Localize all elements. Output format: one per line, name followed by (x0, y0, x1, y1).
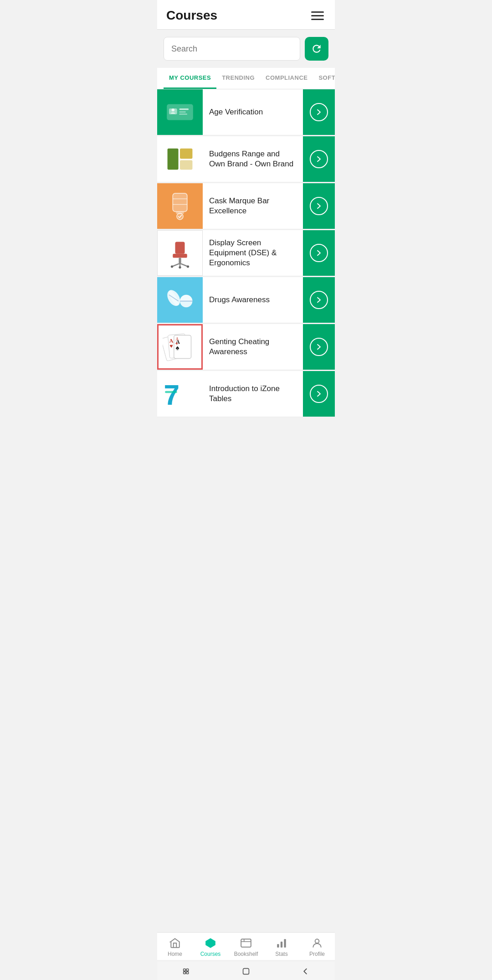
nav-label-profile: Profile (309, 951, 325, 957)
list-item: Drugs Awareness (157, 277, 335, 323)
tab-trending[interactable]: TRENDING (216, 68, 260, 89)
course-thumbnail: 7 (157, 371, 203, 417)
course-arrow-button[interactable] (303, 371, 335, 417)
course-thumbnail (157, 277, 203, 323)
course-title: Budgens Range and Own Brand - Own Brand (203, 144, 303, 175)
svg-point-20 (171, 265, 173, 268)
svg-point-21 (187, 265, 189, 268)
course-arrow-button[interactable] (303, 324, 335, 370)
list-item: Cask Marque Bar Excellence (157, 183, 335, 229)
chevron-right-icon (315, 202, 323, 210)
profile-icon (311, 937, 323, 949)
course-title: Display Screen Equipment (DSE) & Ergonom… (203, 232, 303, 273)
bottom-nav: Home Courses Bookshelf Stats (157, 932, 335, 960)
nav-item-stats[interactable]: Stats (268, 937, 295, 957)
chevron-right-icon (315, 343, 323, 351)
svg-point-22 (179, 266, 181, 268)
course-arrow-button[interactable] (303, 277, 335, 323)
page-title: Courses (166, 8, 217, 23)
course-title: Cask Marque Bar Excellence (203, 191, 303, 222)
course-title: Drugs Awareness (203, 289, 303, 310)
svg-rect-39 (165, 391, 177, 393)
course-arrow-button[interactable] (303, 136, 335, 182)
svg-rect-8 (180, 160, 192, 170)
svg-rect-9 (173, 193, 187, 211)
svg-rect-52 (243, 969, 249, 975)
nav-item-profile[interactable]: Profile (303, 937, 331, 957)
course-arrow-button[interactable] (303, 230, 335, 276)
svg-point-47 (315, 939, 319, 943)
svg-marker-40 (205, 938, 215, 948)
playing-cards-icon: A ♥ A ♠ A ♠ (163, 332, 197, 362)
course-title: Introduction to iZone Tables (203, 378, 303, 409)
svg-line-17 (172, 263, 180, 267)
course-arrow-button[interactable] (303, 89, 335, 135)
refresh-button[interactable] (305, 37, 328, 61)
system-nav-bar (157, 962, 335, 980)
arrow-circle (310, 103, 328, 121)
svg-point-2 (172, 108, 174, 111)
course-thumbnail (157, 183, 203, 229)
menu-button[interactable] (309, 10, 326, 22)
course-thumbnail: A ♥ A ♠ A ♠ (157, 324, 203, 370)
arrow-circle (310, 197, 328, 215)
dse-icon (164, 237, 196, 269)
nav-label-stats: Stats (275, 951, 287, 957)
chevron-right-icon (315, 108, 323, 116)
svg-rect-7 (180, 149, 192, 159)
courses-icon (205, 937, 216, 949)
svg-rect-45 (281, 942, 282, 948)
list-item: Age Verification (157, 89, 335, 135)
svg-point-13 (177, 213, 183, 220)
tab-my-courses[interactable]: MY COURSES (164, 68, 216, 89)
svg-rect-46 (284, 939, 286, 947)
drugs-icon (164, 286, 196, 314)
arrow-circle (310, 150, 328, 168)
arrow-circle (310, 291, 328, 309)
nav-item-courses[interactable]: Courses (197, 937, 224, 957)
nav-item-home[interactable]: Home (161, 937, 189, 957)
course-thumbnail (157, 136, 203, 182)
nav-item-bookshelf[interactable]: Bookshelf (232, 937, 260, 957)
list-item: Display Screen Equipment (DSE) & Ergonom… (157, 230, 335, 276)
course-list: Age Verification Budgens Range and Own B… (157, 89, 335, 417)
system-back-button[interactable] (300, 966, 310, 976)
list-item: 7 Introduction to iZone Tables (157, 371, 335, 417)
system-recents-button[interactable] (182, 966, 192, 976)
svg-rect-6 (168, 149, 179, 170)
svg-rect-50 (186, 969, 189, 971)
course-arrow-button[interactable] (303, 183, 335, 229)
svg-rect-15 (173, 254, 187, 258)
svg-rect-3 (179, 108, 189, 110)
chevron-right-icon (315, 296, 323, 304)
svg-text:7: 7 (164, 379, 179, 409)
course-title: Age Verification (203, 102, 303, 123)
course-thumbnail (157, 89, 203, 135)
svg-rect-5 (179, 113, 187, 114)
izone-icon: 7 (162, 379, 198, 409)
search-area (157, 30, 335, 68)
list-item: A ♥ A ♠ A ♠ Genting Cheating Awareness (157, 324, 335, 370)
stats-icon (276, 937, 287, 949)
svg-rect-14 (175, 242, 185, 254)
system-home-button[interactable] (241, 966, 251, 976)
list-item: Budgens Range and Own Brand - Own Brand (157, 136, 335, 182)
nav-label-bookshelf: Bookshelf (234, 951, 258, 957)
svg-rect-16 (179, 258, 181, 263)
tab-compliance[interactable]: COMPLIANCE (260, 68, 313, 89)
search-input[interactable] (164, 37, 300, 61)
arrow-circle (310, 338, 328, 356)
tabs-bar: MY COURSES TRENDING COMPLIANCE SOFT SKIL… (157, 68, 335, 89)
tab-soft-skills[interactable]: SOFT SKILLS (313, 68, 335, 89)
nav-label-courses: Courses (200, 951, 221, 957)
svg-rect-44 (277, 944, 279, 948)
nav-label-home: Home (168, 951, 182, 957)
home-icon (169, 937, 181, 949)
refresh-icon (311, 43, 323, 55)
budgens-icon (164, 145, 196, 173)
header: Courses (157, 0, 335, 30)
svg-rect-51 (186, 972, 189, 974)
svg-rect-41 (241, 939, 251, 947)
arrow-circle (310, 244, 328, 262)
cask-icon (168, 190, 192, 222)
